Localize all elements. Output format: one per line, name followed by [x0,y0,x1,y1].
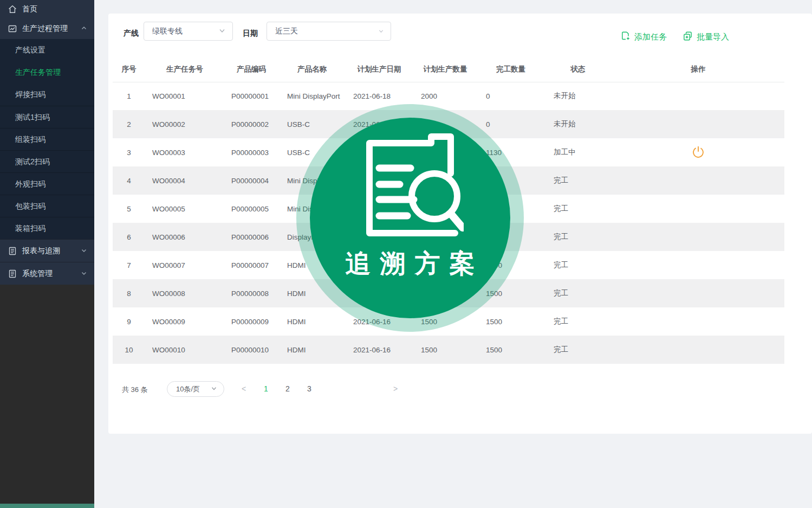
cell-product-name: HDMI [278,336,346,364]
sidebar-item-system[interactable]: 系统管理 [0,262,94,285]
page-button-1[interactable]: 1 [261,384,271,393]
table-row[interactable]: 4 WO00004 P00000004 Mini DisplayPort 202… [113,166,784,195]
chevron-down-icon [81,269,87,278]
cell-plan-date: 2021-06-17 [346,166,413,195]
page-size-select[interactable]: 10条/页 [167,381,224,397]
sidebar-item-home[interactable]: 首页 [0,0,94,18]
sidebar-bottom-strip [0,504,94,508]
cell-status: 加工中 [544,138,612,166]
cell-done-qty: 1500 [478,251,544,279]
table-row[interactable]: 3 WO00003 P00000003 USB-C 2021-06-17 200… [113,138,784,166]
cell-task-no: WO00010 [145,336,224,364]
col-header-product-name: 产品名称 [278,57,346,82]
table-row[interactable]: 8 WO00008 P00000008 HDMI 2021-06-16 1500… [113,279,784,307]
cell-plan-qty: 1500 [413,195,478,223]
cell-operation [612,307,784,336]
table-row[interactable]: 5 WO00005 P00000005 Mini DisplayPort 202… [113,195,784,223]
cell-operation [612,166,784,195]
sidebar-item-line-setup[interactable]: 产线设置 [0,39,94,61]
sidebar-submenu: 产线设置 生产任务管理 焊接扫码 测试1扫码 组装扫码 测试2扫码 外观扫码 包… [0,39,94,239]
cell-status: 完工 [544,166,612,195]
table-row[interactable]: 7 WO00007 P00000007 HDMI 2021-06-16 1500… [113,251,784,279]
cell-seq: 7 [113,251,145,279]
sidebar-item-production[interactable]: 生产过程管理 [0,18,94,39]
cell-done-qty: 1130 [478,138,544,166]
table-row[interactable]: 10 WO00010 P00000010 HDMI 2021-06-16 150… [113,336,784,364]
col-header-plan-date: 计划生产日期 [346,57,413,82]
table-row[interactable]: 9 WO00009 P00000009 HDMI 2021-06-16 1500… [113,307,784,336]
table-row[interactable]: 6 WO00006 P00000006 DisplayPort 2021-06-… [113,223,784,251]
cell-done-qty: 1500 [478,166,544,195]
cell-product-code: P00000005 [224,195,278,223]
page-size-value: 10条/页 [176,384,200,394]
cell-plan-qty: 1500 [413,279,478,307]
cell-plan-date: 2021-06-16 [346,307,413,336]
cell-seq: 6 [113,223,145,251]
cell-task-no: WO00003 [145,138,224,166]
cell-product-name: HDMI [278,251,346,279]
col-header-task-no: 生产任务号 [145,57,224,82]
sidebar-item-boxing-scan[interactable]: 装箱扫码 [0,217,94,239]
batch-import-button[interactable]: 批量导入 [683,31,729,43]
prev-page-button[interactable]: < [239,384,249,393]
sidebar-item-appearance-scan[interactable]: 外观扫码 [0,172,94,195]
cell-status: 完工 [544,223,612,251]
cell-seq: 5 [113,195,145,223]
home-icon [8,4,17,14]
cell-status: 完工 [544,279,612,307]
line-filter-label: 产线 [124,29,139,38]
cell-status: 完工 [544,251,612,279]
date-select-value: 近三天 [275,27,298,36]
cell-product-name: Mini DisplayPort [278,82,346,110]
sidebar-item-test1-scan[interactable]: 测试1扫码 [0,106,94,128]
cell-operation [612,251,784,279]
cell-product-name: USB-C [278,110,346,138]
col-header-operation: 操作 [612,57,784,82]
next-page-button[interactable]: > [391,384,400,393]
cell-plan-qty: 1500 [413,166,478,195]
sidebar-item-weld-scan[interactable]: 焊接扫码 [0,83,94,106]
chevron-down-icon [218,27,226,36]
cell-plan-qty: 1500 [413,251,478,279]
cell-seq: 3 [113,138,145,166]
sidebar-item-label: 系统管理 [22,269,53,279]
cell-task-no: WO00004 [145,166,224,195]
col-header-seq: 序号 [113,57,145,82]
cell-done-qty: 1500 [478,279,544,307]
sidebar-item-reports[interactable]: 报表与追溯 [0,239,94,262]
cell-seq: 8 [113,279,145,307]
page-button-3[interactable]: 3 [304,384,314,393]
cell-seq: 10 [113,336,145,364]
date-select[interactable]: 近三天 [267,22,391,41]
cell-product-code: P00000006 [224,223,278,251]
sidebar-item-task-management[interactable]: 生产任务管理 [0,61,94,83]
sidebar-item-packing-scan[interactable]: 包装扫码 [0,195,94,217]
cell-product-name: HDMI [278,279,346,307]
cell-product-code: P00000010 [224,336,278,364]
table-row[interactable]: 1 WO00001 P00000001 Mini DisplayPort 202… [113,82,784,110]
cell-product-name: Mini DisplayPort [278,166,346,195]
cell-product-code: P00000008 [224,279,278,307]
add-task-button[interactable]: 添加任务 [620,31,667,43]
cell-task-no: WO00008 [145,279,224,307]
sidebar-item-assembly-scan[interactable]: 组装扫码 [0,128,94,150]
sidebar-item-test2-scan[interactable]: 测试2扫码 [0,150,94,172]
power-icon[interactable] [691,145,705,160]
cell-plan-date: 2021-06-18 [346,110,413,138]
cell-plan-date: 2021-06-18 [346,82,413,110]
task-table: 序号 生产任务号 产品编码 产品名称 计划生产日期 计划生产数量 完工数量 状态… [113,57,784,364]
line-select[interactable]: 绿联专线 [144,22,233,41]
cell-plan-date: 2021-06-16 [346,336,413,364]
cell-status: 完工 [544,336,612,364]
cell-status: 未开始 [544,82,612,110]
cell-status: 未开始 [544,110,612,138]
table-row[interactable]: 2 WO00002 P00000002 USB-C 2021-06-18 200… [113,110,784,138]
cell-operation [612,279,784,307]
system-icon [8,269,17,279]
cell-plan-date: 2021-06-17 [346,223,413,251]
cell-seq: 2 [113,110,145,138]
cell-operation [612,336,784,364]
page-button-2[interactable]: 2 [283,384,293,393]
table-header-row: 序号 生产任务号 产品编码 产品名称 计划生产日期 计划生产数量 完工数量 状态… [113,57,784,82]
report-icon [8,246,17,256]
